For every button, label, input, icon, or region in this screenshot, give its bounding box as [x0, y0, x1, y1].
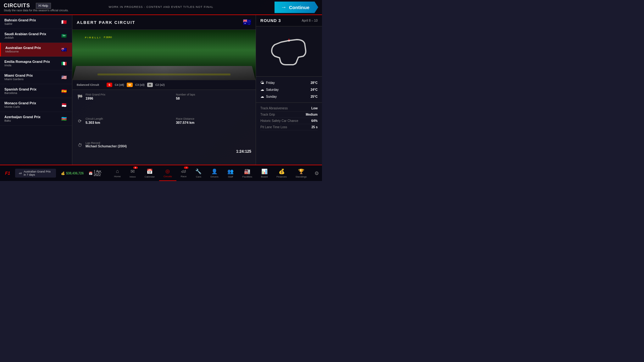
tire-bar: Balanced Circuit S C4 (x8) M C3 (x3) H C…: [72, 80, 256, 90]
track-stat-value-pit-lane-time-loss: 25 s: [312, 125, 318, 129]
stats-grid: 🏁 First Grand Prix 1996 Number of laps 5…: [72, 90, 256, 165]
inbox-nav-icon: ✉: [130, 168, 135, 174]
track-stat-pit-lane-time-loss: Pit Lane Time Loss 25 s: [260, 124, 318, 130]
nav-tab-circuits[interactable]: ◎ Circuits: [159, 165, 176, 181]
page-title: Circuits: [4, 3, 30, 8]
round-header: ROUND 3 April 8 – 10: [256, 15, 322, 26]
continue-arrow-icon: →: [281, 4, 286, 11]
length-icon: ⟳: [77, 118, 83, 124]
weather-temp-saturday: 24°C: [311, 88, 318, 91]
circuit-header: ALBERT PARK CIRCUIT 🇦🇺: [72, 15, 256, 30]
nav-tab-finances[interactable]: 💰 Finances: [272, 165, 291, 181]
tire-s-icon: S: [107, 83, 112, 87]
circuit-flag-saudi: 🇸🇦: [60, 33, 68, 38]
tire-m-icon: M: [127, 83, 133, 87]
help-button[interactable]: H Help: [36, 3, 51, 9]
circuit-city-australia: Melbourne: [5, 50, 41, 53]
circuit-type: Balanced Circuit: [77, 83, 99, 86]
cars-nav-label: Cars: [196, 175, 201, 178]
staff-nav-label: Staff: [228, 175, 233, 178]
nav-tab-facilities[interactable]: 🏭 Facilities: [238, 165, 257, 181]
circuit-name-saudi: Saudi Arabian Grand Prix: [4, 32, 46, 36]
header-left: Circuits H Help Study the race data for …: [4, 3, 69, 12]
laps-icon: [167, 94, 174, 100]
track-map-area: [256, 26, 322, 77]
race-nav-icon: 🏎: [181, 168, 186, 174]
weather-icon-sunday: ☁: [260, 94, 264, 99]
track-stat-historic-safety-car-chance: Historic Safety Car Chance 64%: [260, 118, 318, 124]
weather-section: 🌤 Friday 28°C ☁ Saturday 24°C ☁ Sunday 2…: [256, 77, 322, 103]
notification-text: Australian Grand Prix in 7 days: [24, 170, 52, 176]
circuit-name-bahrain: Bahrain Grand Prix: [4, 18, 36, 22]
settings-button[interactable]: ⚙: [311, 165, 322, 181]
lap-record-content: Lap Record Michael Schumacher (2004): [86, 141, 127, 148]
circuit-city-saudi: Jeddah: [4, 36, 46, 39]
first-gp-content: First Grand Prix 1996: [86, 93, 105, 100]
circuit-item-text-azerbaijan: Azerbaijan Grand Prix Baku: [4, 115, 41, 122]
tire-c3-label: C3 (x3): [135, 83, 145, 86]
circuit-item-text-spanish: Spanish Grand Prix Barcelona: [4, 87, 36, 95]
main-content: Bahrain Grand Prix Sakhir 🇧🇭 Saudi Arabi…: [0, 15, 322, 165]
laps-stat: Number of laps 58: [167, 93, 252, 113]
circuit-name: ALBERT PARK CIRCUIT: [77, 20, 136, 25]
circuit-flag-spanish: 🇪🇸: [60, 89, 68, 94]
length-label: Circuit Length: [86, 117, 103, 120]
nav-tab-drivers[interactable]: 👤 Drivers: [206, 165, 223, 181]
status-money-section: 💰 $38,436,726: [61, 172, 84, 175]
weather-row-saturday: ☁ Saturday 24°C: [260, 86, 318, 93]
track-stat-label-pit-lane-time-loss: Pit Lane Time Loss: [260, 125, 287, 129]
circuit-name-spanish: Spanish Grand Prix: [4, 87, 36, 91]
nav-tab-race[interactable]: 🏎 Race !: [176, 165, 191, 181]
circuit-city-azerbaijan: Baku: [4, 119, 41, 122]
standings-nav-label: Standings: [296, 175, 307, 178]
weather-icon-saturday: ☁: [260, 87, 264, 92]
circuit-item-azerbaijan[interactable]: Azerbaijan Grand Prix Baku 🇦🇿: [0, 112, 72, 126]
nav-tab-standings[interactable]: 🏆 Standings: [291, 165, 311, 181]
circuit-name-australia: Australian Grand Prix: [5, 46, 41, 50]
laps-label: Number of laps: [176, 93, 195, 96]
drivers-nav-icon: 👤: [211, 168, 218, 174]
nav-tab-inbox[interactable]: ✉ Inbox 3: [125, 165, 140, 181]
length-content: Circuit Length 5.303 km: [86, 117, 103, 124]
nav-tab-home[interactable]: ⌂ Home: [110, 165, 125, 181]
nav-tab-board[interactable]: 📊 Board: [257, 165, 272, 181]
first-gp-icon: 🏁: [77, 94, 83, 100]
inbox-nav-label: Inbox: [130, 175, 136, 178]
calendar-nav-icon: 📅: [147, 168, 153, 174]
status-left: F1 🏎 Australian Grand Prix in 7 days 💰 $…: [0, 165, 110, 181]
first-gp-label: First Grand Prix: [86, 93, 105, 96]
first-gp-stat: 🏁 First Grand Prix 1996: [77, 93, 161, 113]
round-label: ROUND 3: [260, 18, 281, 23]
nav-tab-staff[interactable]: 👥 Staff: [223, 165, 238, 181]
nav-tab-cars[interactable]: 🔧 Cars: [191, 165, 206, 181]
status-date-section: 📅 1 Apr, 2022: [89, 170, 105, 177]
weather-row-friday: 🌤 Friday 28°C: [260, 79, 318, 86]
circuit-item-miami[interactable]: Miami Grand Prix Miami Gardens 🇺🇸: [0, 70, 72, 84]
lap-record-holder: Michael Schumacher (2004): [86, 145, 127, 148]
circuit-item-saudi[interactable]: Saudi Arabian Grand Prix Jeddah 🇸🇦: [0, 29, 72, 43]
track-stat-label-track-abrasiveness: Track Abrasiveness: [260, 107, 288, 110]
track-stat-value-track-abrasiveness: Low: [311, 107, 318, 110]
circuit-flag: 🇦🇺: [243, 18, 251, 26]
staff-nav-icon: 👥: [227, 168, 234, 174]
round-date: April 8 – 10: [302, 19, 318, 22]
circuit-item-emilia[interactable]: Emilia Romagna Grand Prix Imola 🇮🇹: [0, 57, 72, 70]
header-subtitle: Study the race data for this season's of…: [4, 9, 69, 12]
home-nav-label: Home: [114, 175, 121, 178]
center-panel: ALBERT PARK CIRCUIT 🇦🇺 PIRELLI P ZERO Ba…: [72, 15, 256, 165]
circuit-city-emilia: Imola: [4, 64, 50, 67]
nav-tab-calendar[interactable]: 📅 Calendar: [140, 165, 159, 181]
circuit-item-bahrain[interactable]: Bahrain Grand Prix Sakhir 🇧🇭: [0, 15, 72, 29]
weather-day-label-saturday: Saturday: [266, 88, 279, 91]
circuit-flag-bahrain: 🇧🇭: [60, 19, 68, 25]
weather-day-label-sunday: Sunday: [266, 95, 277, 98]
top-bar: Circuits H Help Study the race data for …: [0, 0, 322, 15]
circuit-flag-azerbaijan: 🇦🇿: [60, 116, 68, 121]
continue-button[interactable]: → Continue: [275, 2, 318, 13]
circuit-item-australia[interactable]: Australian Grand Prix Melbourne 🇦🇺: [0, 43, 72, 57]
circuit-item-monaco[interactable]: Monaco Grand Prix Monte-Carlo 🇲🇨: [0, 98, 72, 112]
notification-icon: 🏎: [19, 172, 22, 175]
circuit-item-spanish[interactable]: Spanish Grand Prix Barcelona 🇪🇸: [0, 84, 72, 98]
circuit-item-text-emilia: Emilia Romagna Grand Prix Imola: [4, 60, 50, 67]
track-stats-section: Track Abrasiveness Low Track Grip Medium…: [256, 103, 322, 133]
